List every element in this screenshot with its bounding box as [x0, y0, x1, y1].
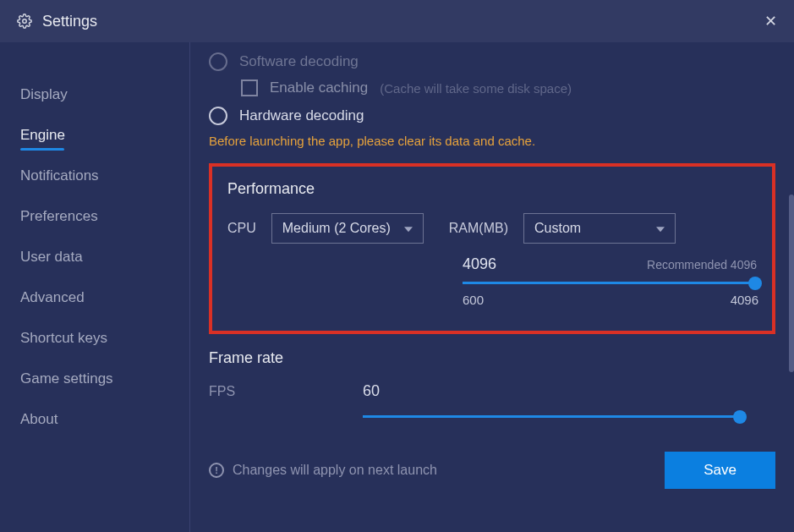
footer-row: ! Changes will apply on next launch Save	[209, 452, 775, 489]
radio-software-decoding[interactable]: Software decoding	[209, 52, 775, 71]
performance-section-highlighted: Performance CPU Medium (2 Cores) RAM(MB)…	[209, 163, 775, 334]
ram-current-value: 4096	[463, 255, 496, 273]
sidebar-item-user-data[interactable]: User data	[0, 237, 189, 277]
main-panel: Software decoding Enable caching (Cache …	[190, 42, 794, 532]
ram-slider[interactable]	[463, 282, 758, 284]
cache-warning: Before launching the app, please clear i…	[209, 134, 775, 148]
fps-label: FPS	[209, 384, 363, 399]
window-header: Settings ✕	[0, 0, 794, 42]
sidebar: Display Engine Notifications Preferences…	[0, 42, 190, 532]
sidebar-item-label: Shortcut keys	[20, 330, 107, 346]
info-icon: !	[209, 463, 224, 478]
sidebar-item-engine[interactable]: Engine	[0, 115, 189, 156]
sidebar-item-game-settings[interactable]: Game settings	[0, 359, 189, 399]
sidebar-item-label: Display	[20, 86, 68, 102]
close-icon[interactable]: ✕	[764, 12, 777, 30]
sidebar-item-label: Preferences	[20, 208, 98, 224]
ram-slider-thumb[interactable]	[748, 277, 762, 290]
radio-icon	[209, 52, 227, 71]
sidebar-item-advanced[interactable]: Advanced	[0, 277, 189, 318]
ram-dropdown-value: Custom	[534, 221, 581, 235]
ram-max: 4096	[731, 293, 758, 307]
framerate-title: Frame rate	[209, 349, 775, 367]
ram-dropdown[interactable]: Custom	[523, 213, 676, 244]
checkbox-enable-caching[interactable]: Enable caching (Cache will take some dis…	[241, 80, 775, 96]
sidebar-item-notifications[interactable]: Notifications	[0, 156, 189, 196]
sidebar-item-label: Advanced	[20, 289, 85, 305]
sidebar-item-label: About	[20, 411, 57, 427]
caching-hint: (Cache will take some disk space)	[380, 81, 572, 96]
radio-label: Software decoding	[239, 53, 359, 70]
header-left: Settings	[17, 13, 97, 30]
scrollbar[interactable]	[789, 195, 794, 372]
footer-note: ! Changes will apply on next launch	[209, 463, 437, 478]
ram-label: RAM(MB)	[449, 221, 508, 236]
fps-slider-thumb[interactable]	[733, 410, 747, 424]
sidebar-item-label: User data	[20, 249, 83, 265]
performance-fields: CPU Medium (2 Cores) RAM(MB) Custom	[227, 213, 757, 244]
ram-recommended: Recommended 4096	[647, 258, 757, 271]
cpu-label: CPU	[227, 221, 256, 236]
performance-title: Performance	[227, 180, 757, 198]
ram-min: 600	[463, 293, 484, 307]
checkbox-label: Enable caching	[270, 80, 368, 96]
sidebar-item-label: Engine	[20, 127, 65, 143]
checkbox-icon	[241, 80, 258, 96]
sidebar-item-about[interactable]: About	[0, 399, 189, 440]
fps-slider-wrap	[363, 415, 742, 418]
footer-note-text: Changes will apply on next launch	[233, 463, 437, 478]
sidebar-item-label: Game settings	[20, 370, 113, 387]
fps-slider[interactable]	[363, 415, 742, 418]
ram-slider-bounds: 600 4096	[463, 293, 758, 307]
ram-slider-group: 4096 Recommended 4096 600 4096	[463, 255, 757, 307]
radio-label: Hardware decoding	[239, 107, 364, 124]
cpu-dropdown-value: Medium (2 Cores)	[282, 221, 391, 235]
body: Display Engine Notifications Preferences…	[0, 42, 794, 532]
sidebar-item-label: Notifications	[20, 167, 99, 184]
ram-value-row: 4096 Recommended 4096	[463, 255, 757, 273]
framerate-section: Frame rate FPS 60	[209, 349, 775, 418]
svg-point-0	[23, 19, 27, 24]
cpu-dropdown[interactable]: Medium (2 Cores)	[271, 213, 424, 244]
save-button[interactable]: Save	[665, 452, 775, 489]
radio-hardware-decoding[interactable]: Hardware decoding	[209, 107, 775, 125]
fps-row: FPS 60	[209, 382, 775, 400]
sidebar-item-preferences[interactable]: Preferences	[0, 196, 189, 237]
gear-icon	[17, 14, 32, 29]
sidebar-item-display[interactable]: Display	[0, 74, 189, 115]
fps-value: 60	[363, 382, 380, 400]
radio-icon	[209, 107, 227, 125]
sidebar-item-shortcut-keys[interactable]: Shortcut keys	[0, 318, 189, 359]
page-title: Settings	[42, 13, 97, 30]
